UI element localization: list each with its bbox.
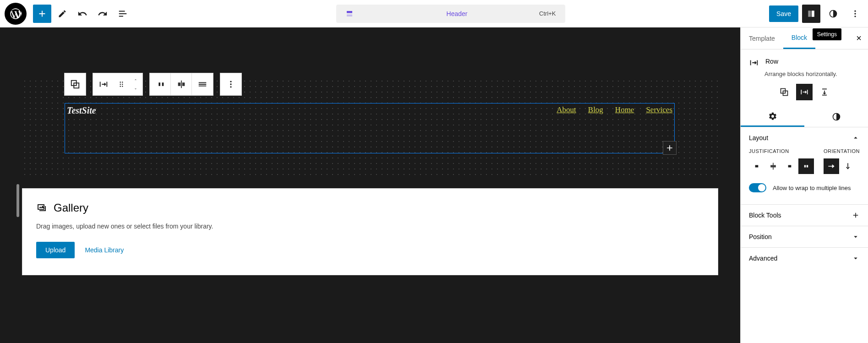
layout-panel-header[interactable]: Layout (741, 127, 868, 148)
svg-point-1 (854, 10, 856, 11)
justification-buttons (749, 158, 814, 174)
nav-link[interactable]: Blog (588, 105, 603, 116)
justify-left-button[interactable] (749, 158, 764, 174)
gallery-description: Drag images, upload new ones or select f… (36, 223, 704, 230)
block-name: Row (765, 58, 778, 65)
variation-stack-button[interactable] (816, 84, 833, 100)
block-appender-button[interactable] (663, 141, 677, 155)
sub-tab-settings[interactable] (741, 107, 804, 127)
justify-space-between-button[interactable] (798, 158, 814, 174)
tab-block[interactable]: Block (783, 27, 815, 49)
gallery-icon (36, 202, 47, 213)
variation-group-button[interactable] (776, 84, 792, 100)
block-type-row-button[interactable] (93, 73, 114, 95)
wrap-toggle-label: Allow to wrap to multiple lines (773, 185, 851, 191)
drag-handle[interactable] (114, 73, 129, 95)
settings-tooltip: Settings (813, 28, 841, 40)
document-title-label: Header (358, 10, 556, 17)
svg-point-14 (230, 86, 231, 87)
settings-sidebar: Template Block × Row Arrange blocks hori… (740, 27, 868, 343)
gallery-title: Gallery (54, 201, 88, 214)
block-description: Arrange blocks horizontally. (741, 69, 868, 84)
sidebar-tabs: Template Block × (741, 27, 868, 49)
svg-point-6 (120, 82, 121, 82)
move-down-button[interactable] (132, 84, 139, 93)
move-up-button[interactable] (132, 75, 139, 84)
tab-template[interactable]: Template (741, 27, 783, 49)
block-toolbar (64, 73, 242, 96)
wrap-toggle[interactable] (749, 183, 766, 192)
chevron-up-icon (852, 134, 860, 142)
add-block-button[interactable] (33, 5, 51, 23)
gear-icon (768, 112, 777, 121)
document-overview-button[interactable] (114, 5, 132, 23)
orientation-label: Orientation (824, 148, 860, 154)
advanced-panel-header[interactable]: Advanced (741, 248, 868, 269)
orientation-buttons (824, 158, 860, 174)
svg-point-11 (122, 86, 123, 87)
row-block-icon (749, 58, 759, 68)
svg-point-2 (854, 13, 856, 14)
chevron-down-icon (852, 233, 860, 241)
justify-button[interactable] (150, 73, 171, 95)
settings-toggle-button[interactable] (802, 5, 820, 23)
toolbar-right-group: Save (769, 5, 864, 23)
justify-center-button[interactable] (765, 158, 781, 174)
site-title[interactable]: TestSite (67, 105, 96, 116)
variation-row-button[interactable] (796, 84, 813, 100)
undo-button[interactable] (73, 5, 92, 23)
gallery-block-placeholder[interactable]: Gallery Drag images, upload new ones or … (22, 188, 718, 275)
block-variation-picker (741, 84, 868, 107)
nav-link[interactable]: Home (615, 105, 634, 116)
wordpress-logo[interactable] (5, 3, 27, 25)
options-menu-button[interactable] (846, 5, 864, 23)
justification-label: Justification (749, 148, 814, 154)
advanced-title: Advanced (749, 255, 777, 262)
svg-point-7 (122, 82, 123, 82)
block-options-button[interactable] (220, 73, 241, 95)
redo-button[interactable] (93, 5, 112, 23)
position-panel-header[interactable]: Position (741, 226, 868, 247)
position-title: Position (749, 233, 772, 240)
width-button[interactable] (192, 73, 213, 95)
layout-panel: Layout Justification Orie (741, 127, 868, 205)
orientation-vertical-button[interactable] (840, 158, 856, 174)
parent-selector-button[interactable] (65, 73, 86, 95)
justify-right-button[interactable] (782, 158, 797, 174)
editor-canvas[interactable]: TestSite About Blog Home Services (0, 27, 740, 343)
block-tools-panel-header[interactable]: Block Tools (741, 205, 868, 226)
sub-tab-styles[interactable] (804, 107, 868, 127)
template-part-icon (345, 10, 354, 18)
nav-link[interactable]: About (557, 105, 576, 116)
svg-point-9 (122, 84, 123, 85)
toolbar-left-group (33, 5, 132, 23)
orientation-horizontal-button[interactable] (824, 158, 839, 174)
contrast-icon (832, 112, 841, 121)
media-library-link[interactable]: Media Library (85, 246, 124, 254)
save-button[interactable]: Save (769, 5, 798, 22)
toolbar-center: Header Ctrl+K (136, 5, 765, 23)
navigation-block[interactable]: About Blog Home Services (557, 105, 672, 116)
scroll-indicator-left (16, 184, 19, 217)
chevron-down-icon (852, 254, 860, 262)
svg-point-3 (854, 16, 856, 17)
inspector-sub-tabs (741, 107, 868, 127)
nav-link[interactable]: Services (646, 105, 672, 116)
svg-point-8 (120, 84, 121, 85)
edit-mode-button[interactable] (53, 5, 71, 23)
close-sidebar-button[interactable]: × (850, 33, 868, 44)
row-block-selected[interactable]: TestSite About Blog Home Services (65, 103, 675, 153)
styles-toggle-button[interactable] (824, 5, 842, 23)
document-title-box[interactable]: Header Ctrl+K (336, 5, 565, 23)
plus-icon (852, 211, 860, 219)
upload-button[interactable]: Upload (36, 242, 75, 258)
align-button[interactable] (171, 73, 192, 95)
block-tools-title: Block Tools (749, 212, 781, 219)
top-toolbar: Header Ctrl+K Save (0, 0, 868, 27)
svg-point-10 (120, 86, 121, 87)
svg-point-12 (230, 81, 231, 82)
svg-point-13 (230, 83, 231, 85)
main-area: TestSite About Blog Home Services (0, 27, 868, 343)
layout-panel-title: Layout (749, 134, 768, 142)
shortcut-hint: Ctrl+K (539, 10, 556, 17)
